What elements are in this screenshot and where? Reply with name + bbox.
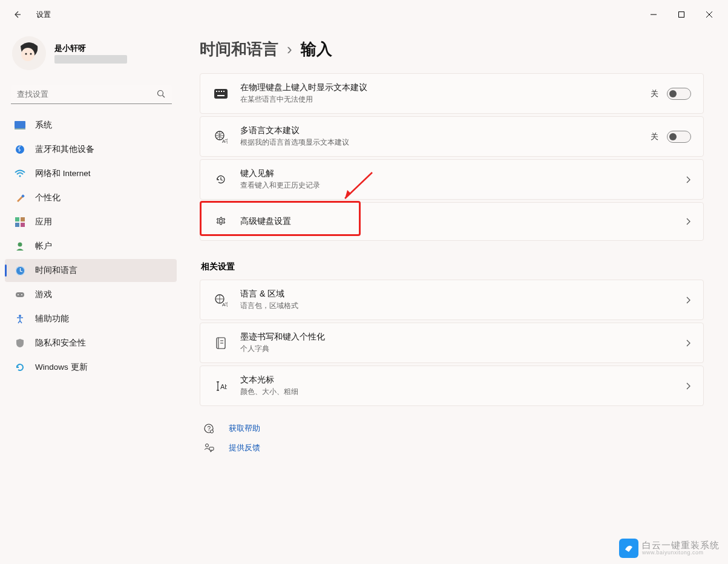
nav-apps[interactable]: 应用 xyxy=(5,211,177,234)
card-inking-typing[interactable]: 墨迹书写和键入个性化 个人字典 xyxy=(200,323,704,363)
keyboard-icon xyxy=(214,87,228,101)
nav-label: 蓝牙和其他设备 xyxy=(35,144,94,155)
card-text-suggestions[interactable]: 在物理键盘上键入时显示文本建议 在某些语言中无法使用 关 xyxy=(200,73,704,114)
card-text-cursor[interactable]: Ab 文本光标 颜色、大小、粗细 xyxy=(200,366,704,406)
svg-line-9 xyxy=(163,96,165,98)
nav-time-language[interactable]: 时间和语言 xyxy=(5,259,177,282)
dictionary-icon xyxy=(214,336,228,350)
bluetooth-icon xyxy=(15,144,25,155)
svg-rect-30 xyxy=(223,91,225,92)
svg-rect-29 xyxy=(221,91,222,92)
nav-privacy[interactable]: 隐私和安全性 xyxy=(5,332,177,355)
chevron-right-icon xyxy=(685,217,691,226)
svg-point-19 xyxy=(18,243,22,247)
get-help-link[interactable]: ? 获取帮助 xyxy=(200,423,704,434)
nav-bluetooth[interactable]: 蓝牙和其他设备 xyxy=(5,138,177,161)
watermark: 白云一键重装系统 www.baiyunxitong.com xyxy=(619,539,720,558)
breadcrumb: 时间和语言 › 输入 xyxy=(200,39,704,60)
nav-label: 个性化 xyxy=(35,192,61,203)
nav-label: 隐私和安全性 xyxy=(35,338,86,349)
svg-point-13 xyxy=(19,175,21,177)
card-subtitle: 语言包，区域格式 xyxy=(240,301,685,311)
card-typing-insights[interactable]: 键入见解 查看键入和更正历史记录 xyxy=(200,159,704,200)
nav-accounts[interactable]: 帐户 xyxy=(5,235,177,258)
sidebar: 是小轩呀 系统 蓝牙和其他设备 网络和 Internet xyxy=(0,29,188,564)
person-icon xyxy=(15,241,25,252)
card-subtitle: 查看键入和更正历史记录 xyxy=(240,180,685,191)
svg-rect-22 xyxy=(16,292,24,297)
svg-point-34 xyxy=(220,220,223,223)
svg-point-23 xyxy=(18,294,19,295)
nav-network[interactable]: 网络和 Internet xyxy=(5,162,177,185)
card-subtitle: 颜色、大小、粗细 xyxy=(240,387,685,397)
card-title: 在物理键盘上键入时显示文本建议 xyxy=(240,82,651,93)
profile-block[interactable]: 是小轩呀 xyxy=(0,29,182,81)
svg-point-8 xyxy=(158,91,163,96)
toggle-switch[interactable] xyxy=(667,88,691,100)
card-multilang-suggestions[interactable]: A字 多语言文本建议 根据我的语言首选项显示文本建议 关 xyxy=(200,116,704,157)
search-input[interactable] xyxy=(11,85,172,104)
globe-clock-icon xyxy=(15,265,25,276)
toggle-switch[interactable] xyxy=(667,131,691,143)
nav-accessibility[interactable]: 辅助功能 xyxy=(5,307,177,330)
title-bar: 设置 xyxy=(0,0,728,29)
svg-point-25 xyxy=(19,315,21,317)
nav-label: 网络和 Internet xyxy=(35,168,91,179)
svg-rect-49 xyxy=(209,447,214,450)
search-box[interactable] xyxy=(11,85,172,104)
svg-rect-31 xyxy=(217,95,225,96)
back-button[interactable] xyxy=(5,2,29,27)
card-title: 多语言文本建议 xyxy=(240,125,651,136)
svg-rect-1 xyxy=(679,12,684,18)
history-icon xyxy=(214,172,228,187)
wifi-icon xyxy=(15,168,25,179)
chevron-right-icon xyxy=(685,296,691,304)
system-icon xyxy=(15,120,25,131)
minimize-button[interactable] xyxy=(640,5,667,24)
breadcrumb-parent[interactable]: 时间和语言 xyxy=(200,39,278,60)
gamepad-icon xyxy=(15,289,25,300)
window-title: 设置 xyxy=(36,10,51,20)
svg-text:A字: A字 xyxy=(222,139,228,143)
search-icon xyxy=(157,90,166,101)
link-label: 提供反馈 xyxy=(229,442,260,453)
nav-gaming[interactable]: 游戏 xyxy=(5,283,177,306)
nav-windows-update[interactable]: Windows 更新 xyxy=(5,356,177,379)
svg-rect-17 xyxy=(15,223,19,227)
svg-rect-11 xyxy=(15,128,25,130)
nav-personalization[interactable]: 个性化 xyxy=(5,186,177,209)
feedback-link[interactable]: 提供反馈 xyxy=(200,442,704,453)
chevron-right-icon xyxy=(685,175,691,184)
svg-point-6 xyxy=(25,53,27,55)
card-subtitle: 在某些语言中无法使用 xyxy=(240,94,651,105)
card-title: 文本光标 xyxy=(240,375,685,385)
globe-text-icon: A字 xyxy=(214,130,228,144)
chevron-right-icon xyxy=(685,382,691,390)
nav-system[interactable]: 系统 xyxy=(5,114,177,137)
toggle-state-label: 关 xyxy=(651,131,658,142)
card-subtitle: 个人字典 xyxy=(240,344,685,354)
breadcrumb-current: 输入 xyxy=(301,39,332,60)
svg-point-7 xyxy=(30,53,32,55)
nav-label: 帐户 xyxy=(35,241,52,252)
profile-name: 是小轩呀 xyxy=(54,43,127,54)
nav-label: 时间和语言 xyxy=(35,265,77,276)
window-controls xyxy=(640,5,723,24)
link-label: 获取帮助 xyxy=(229,423,260,434)
svg-rect-26 xyxy=(215,89,228,98)
watermark-text: 白云一键重装系统 xyxy=(642,540,720,551)
card-advanced-keyboard[interactable]: 高级键盘设置 xyxy=(200,202,704,241)
nav-list: 系统 蓝牙和其他设备 网络和 Internet 个性化 应用 帐户 xyxy=(0,113,182,379)
card-language-region[interactable]: A字 语言 & 区域 语言包，区域格式 xyxy=(200,280,704,320)
nav-label: 游戏 xyxy=(35,289,52,300)
svg-rect-16 xyxy=(21,217,25,221)
close-button[interactable] xyxy=(695,5,723,24)
nav-label: Windows 更新 xyxy=(35,362,88,373)
nav-label: 系统 xyxy=(35,120,52,131)
card-title: 键入见解 xyxy=(240,168,685,179)
maximize-button[interactable] xyxy=(667,5,695,24)
nav-label: 应用 xyxy=(35,217,52,228)
svg-point-24 xyxy=(21,294,22,295)
gear-icon xyxy=(214,214,228,229)
svg-rect-28 xyxy=(218,91,220,92)
